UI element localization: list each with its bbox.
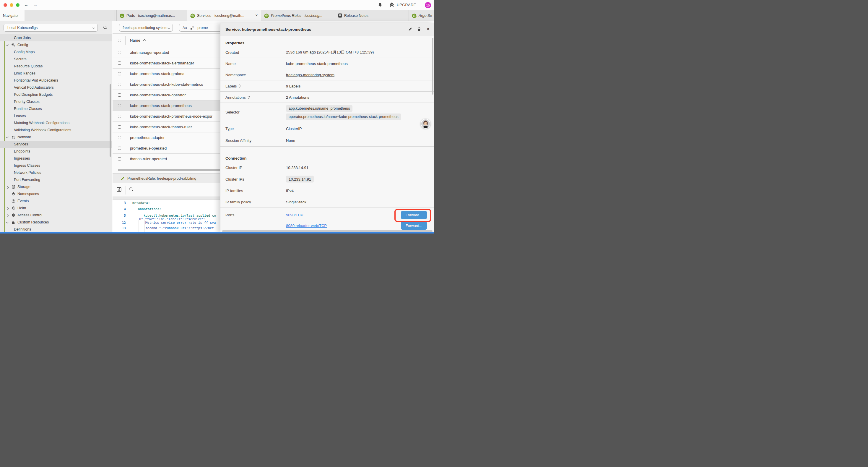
navigator-tab[interactable]: Navigator — [0, 10, 25, 21]
drawer-horizontal-scrollbar[interactable] — [222, 230, 433, 232]
sidebar-scrollbar[interactable] — [110, 84, 111, 157]
port-link[interactable]: 8080:reloader-web/TCP — [286, 224, 327, 228]
count-badge[interactable]: 15 — [425, 2, 431, 8]
search-icon[interactable] — [103, 25, 107, 30]
kubernetes-icon — [412, 13, 416, 18]
sidebar-item-ingress-classes[interactable]: Ingress Classes — [0, 162, 112, 169]
port-link[interactable]: 9090/TCP — [286, 213, 303, 217]
sidebar-item-mutating-webhook-configurations[interactable]: Mutating Webhook Configurations — [0, 119, 112, 126]
sidebar-item-leases[interactable]: Leases — [0, 112, 112, 119]
kubeconfig-select[interactable]: Local Kubeconfigs — [4, 24, 98, 32]
editor-tab-prometheusrule[interactable]: PrometheusRule: freeleaps-prod-rabbitmq — [118, 174, 218, 183]
sidebar-item-resource-quotas[interactable]: Resource Quotas — [0, 63, 112, 70]
traffic-zoom-icon[interactable] — [16, 3, 20, 7]
sidebar-item-custom-resources[interactable]: Custom Resources — [0, 219, 112, 226]
sidebar-item-secrets[interactable]: Secrets — [0, 56, 112, 63]
sidebar-item-network[interactable]: Network — [0, 134, 112, 141]
row-checkbox[interactable] — [118, 115, 121, 118]
sidebar-item-port-forwarding[interactable]: Port Forwarding — [0, 176, 112, 183]
properties-heading: Properties — [220, 39, 434, 47]
sidebar-item-label: Horizontal Pod Autoscalers — [14, 78, 58, 83]
sidebar-item-network-policies[interactable]: Network Policies — [0, 169, 112, 176]
row-checkbox[interactable] — [118, 125, 121, 128]
expand-collapse-icon[interactable] — [239, 84, 241, 87]
updown-icon — [11, 135, 16, 139]
labels-value: 9 Labels — [286, 84, 301, 88]
tab-pods[interactable]: Pods - icecheng@mathmas... — [116, 10, 187, 21]
sidebar-item-storage[interactable]: Storage — [0, 183, 112, 191]
sidebar-item-pod-disruption-budgets[interactable]: Pod Disruption Budgets — [0, 91, 112, 98]
edit-pencil-icon[interactable] — [408, 27, 412, 31]
forward-button[interactable]: Forward... — [401, 222, 427, 230]
forward-button[interactable]: → — [33, 2, 37, 7]
notifications-bell-icon[interactable] — [378, 3, 382, 7]
drawer-scrollbar[interactable] — [432, 38, 433, 95]
close-tab-icon[interactable]: ✕ — [255, 13, 258, 18]
row-checkbox[interactable] — [118, 93, 121, 97]
user-avatar[interactable] — [421, 119, 430, 128]
sidebar-item-label: Storage — [18, 185, 30, 189]
sidebar-item-limit-ranges[interactable]: Limit Ranges — [0, 70, 112, 77]
row-checkbox[interactable] — [118, 136, 121, 139]
sidebar-item-label: Mutating Webhook Configurations — [14, 121, 69, 125]
sidebar-item-horizontal-pod-autoscalers[interactable]: Horizontal Pod Autoscalers — [0, 77, 112, 84]
sidebar-item-runtime-classes[interactable]: Runtime Classes — [0, 105, 112, 112]
sidebar-item-config-maps[interactable]: Config Maps — [0, 49, 112, 56]
sidebar-item-label: Network Policies — [14, 171, 41, 175]
select-all-checkbox[interactable] — [118, 39, 121, 42]
name-column-header[interactable]: Name — [130, 38, 140, 42]
regex-toggle[interactable]: * — [191, 25, 194, 30]
sidebar-item-ingresses[interactable]: Ingresses — [0, 155, 112, 162]
sidebar-item-cron-jobs[interactable]: Cron Jobs — [0, 34, 112, 41]
upgrade-chevrons-icon — [389, 2, 395, 7]
sidebar-item-endpoints[interactable]: Endpoints — [0, 148, 112, 155]
ip-families-value: IPv4 — [286, 188, 294, 193]
sidebar-item-namespaces[interactable]: Namespaces — [0, 191, 112, 198]
sidebar-item-helm[interactable]: Helm — [0, 205, 112, 212]
traffic-minimize-icon[interactable] — [10, 3, 13, 7]
title-bar: ← → UPGRADE 15 — [0, 0, 434, 10]
close-icon[interactable]: ✕ — [426, 27, 430, 31]
namespace-select[interactable]: freeleaps-monitoring-system — [119, 24, 173, 32]
sidebar-item-priority-classes[interactable]: Priority Classes — [0, 98, 112, 105]
selector-chip: app.kubernetes.io/name=prometheus — [286, 105, 352, 112]
row-checkbox[interactable] — [118, 51, 121, 54]
sidebar-item-vertical-pod-autoscalers[interactable]: Vertical Pod Autoscalers — [0, 84, 112, 91]
kubernetes-icon — [264, 13, 269, 18]
service-name: kube-prometheus-stack-alertmanager — [130, 61, 194, 65]
row-checkbox[interactable] — [118, 104, 121, 107]
chevron-right-icon — [6, 186, 9, 189]
sidebar-item-validating-webhook-configurations[interactable]: Validating Webhook Configurations — [0, 126, 112, 134]
row-checkbox[interactable] — [118, 72, 121, 76]
resource-tree: Cron JobsConfigConfig MapsSecretsResourc… — [0, 34, 112, 233]
sidebar-item-config[interactable]: Config — [0, 41, 112, 49]
row-checkbox[interactable] — [118, 61, 121, 65]
upgrade-button[interactable]: UPGRADE — [389, 2, 416, 7]
tab-release[interactable]: Release Notes — [335, 10, 409, 21]
ip-families-row: IP families IPv4 — [220, 185, 434, 196]
search-icon[interactable] — [129, 187, 133, 192]
sidebar-item-access-control[interactable]: Access Control — [0, 212, 112, 219]
shield-icon — [11, 213, 16, 217]
chevron-right-icon — [6, 214, 9, 217]
match-case-toggle[interactable]: Aa — [183, 26, 187, 30]
sidebar-item-services[interactable]: Services — [0, 141, 112, 148]
sidebar-item-definitions[interactable]: Definitions — [0, 226, 112, 233]
sidebar-item-events[interactable]: Events — [0, 198, 112, 205]
sidebar-item-label: Priority Classes — [14, 99, 39, 104]
annotations-value: 2 Annotations — [286, 95, 309, 99]
row-checkbox[interactable] — [118, 83, 121, 86]
delete-trash-icon[interactable] — [417, 27, 421, 31]
expand-collapse-icon[interactable] — [248, 95, 250, 99]
back-button[interactable]: ← — [24, 2, 28, 7]
row-checkbox[interactable] — [118, 147, 121, 150]
row-checkbox[interactable] — [118, 157, 121, 160]
tab-prometheus[interactable]: Prometheus Rules - icecheng... — [261, 10, 335, 21]
tab-services[interactable]: Services - icecheng@math...✕ — [187, 10, 261, 21]
tab-argo[interactable]: Argo Se — [409, 10, 434, 21]
traffic-close-icon[interactable] — [4, 3, 7, 7]
save-icon[interactable] — [117, 187, 121, 192]
sidebar-item-label: Namespaces — [18, 192, 39, 196]
ports-row: Ports 9090/TCPForward...8080:reloader-we… — [220, 207, 434, 233]
namespace-link[interactable]: freeleaps-monitoring-system — [286, 72, 335, 77]
